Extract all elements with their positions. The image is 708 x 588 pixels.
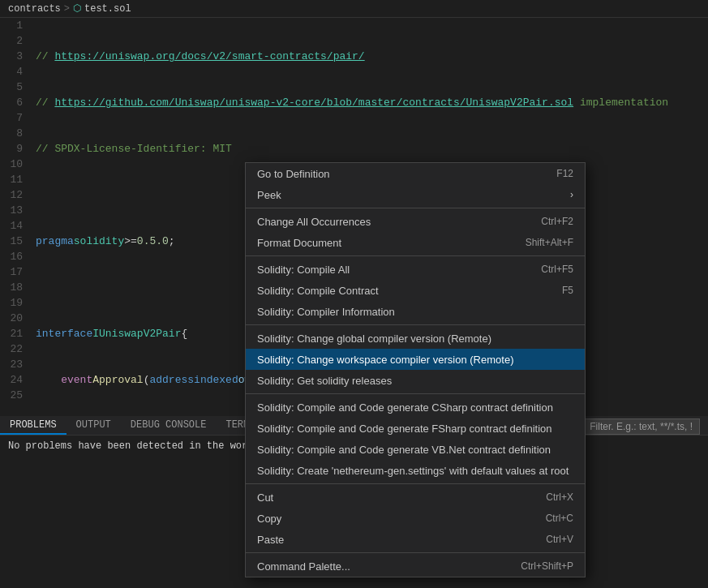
menu-label-change-global: Solidity: Change global compiler version…	[257, 333, 491, 345]
menu-label-goto: Go to Definition	[257, 168, 330, 180]
menu-compiler-info[interactable]: Solidity: Compiler Information	[246, 301, 585, 322]
menu-shortcut-change-all: Ctrl+F2	[541, 216, 573, 227]
menu-label-compile-vbnet: Solidity: Compile and Code generate VB.N…	[257, 444, 551, 456]
menu-format-document[interactable]: Format Document Shift+Alt+F	[246, 232, 585, 253]
menu-change-workspace-compiler[interactable]: Solidity: Change workspace compiler vers…	[246, 349, 585, 370]
menu-separator-5	[246, 483, 585, 484]
breadcrumb-separator: >	[64, 3, 70, 15]
menu-compile-csharp[interactable]: Solidity: Compile and Code generate CSha…	[246, 397, 585, 418]
line-numbers: 12345 678910 1112131415 1617181920 21222…	[0, 18, 29, 415]
menu-shortcut-format: Shift+Alt+F	[526, 237, 573, 248]
menu-cut[interactable]: Cut Ctrl+X	[246, 487, 585, 508]
menu-goto-definition[interactable]: Go to Definition F12	[246, 163, 585, 184]
menu-shortcut-copy: Ctrl+C	[546, 513, 573, 524]
menu-label-create-settings: Solidity: Create 'nethereum-gen.settings…	[257, 465, 569, 477]
file-icon: ⬡	[73, 2, 81, 15]
menu-label-copy: Copy	[257, 513, 281, 525]
menu-label-cut: Cut	[257, 491, 273, 504]
menu-compile-fsharp[interactable]: Solidity: Compile and Code generate FSha…	[246, 418, 585, 439]
menu-shortcut-goto: F12	[556, 168, 573, 179]
tab-output[interactable]: OUTPUT	[67, 417, 121, 435]
menu-label-compile-csharp: Solidity: Compile and Code generate CSha…	[257, 401, 553, 414]
menu-create-settings[interactable]: Solidity: Create 'nethereum-gen.settings…	[246, 460, 585, 481]
menu-label-compile-all: Solidity: Compile All	[257, 264, 350, 276]
context-menu: Go to Definition F12 Peek › Change All O…	[245, 162, 586, 577]
menu-shortcut-cut: Ctrl+X	[546, 491, 573, 503]
menu-shortcut-command-palette: Ctrl+Shift+P	[521, 560, 573, 572]
menu-label-get-releases: Solidity: Get solidity releases	[257, 375, 392, 387]
menu-compile-all[interactable]: Solidity: Compile All Ctrl+F5	[246, 259, 585, 280]
menu-label-compile-contract: Solidity: Compile Contract	[257, 285, 379, 297]
menu-paste[interactable]: Paste Ctrl+V	[246, 529, 585, 550]
tab-problems[interactable]: PROBLEMS	[0, 417, 67, 435]
menu-arrow-peek: ›	[570, 189, 573, 200]
menu-change-all-occurrences[interactable]: Change All Occurrences Ctrl+F2	[246, 211, 585, 232]
breadcrumb-filename[interactable]: test.sol	[84, 3, 131, 15]
menu-shortcut-compile-contract: F5	[562, 285, 573, 296]
menu-label-compile-fsharp: Solidity: Compile and Code generate FSha…	[257, 423, 552, 435]
menu-label-compiler-info: Solidity: Compiler Information	[257, 306, 395, 318]
menu-change-global-compiler[interactable]: Solidity: Change global compiler version…	[246, 328, 585, 349]
menu-peek[interactable]: Peek ›	[246, 184, 585, 205]
tab-debug-console[interactable]: DEBUG CONSOLE	[121, 417, 217, 435]
menu-separator-3	[246, 324, 585, 325]
menu-label-command-palette: Command Palette...	[257, 560, 350, 573]
menu-separator-1	[246, 208, 585, 208]
menu-label-paste: Paste	[257, 534, 284, 546]
menu-shortcut-compile-all: Ctrl+F5	[541, 264, 573, 275]
menu-separator-2	[246, 255, 585, 256]
filter-box: Filter. E.g.: text, **/*.ts, !	[582, 418, 700, 435]
menu-label-peek: Peek	[257, 189, 281, 201]
menu-compile-vbnet[interactable]: Solidity: Compile and Code generate VB.N…	[246, 439, 585, 460]
menu-label-change-workspace: Solidity: Change workspace compiler vers…	[257, 354, 513, 366]
menu-label-format: Format Document	[257, 237, 341, 249]
menu-label-change-all: Change All Occurrences	[257, 216, 371, 228]
menu-copy[interactable]: Copy Ctrl+C	[246, 508, 585, 529]
breadcrumb-contracts[interactable]: contracts	[8, 3, 61, 15]
menu-get-releases[interactable]: Solidity: Get solidity releases	[246, 370, 585, 391]
menu-separator-4	[246, 393, 585, 394]
menu-separator-6	[246, 552, 585, 553]
filter-placeholder-text: Filter. E.g.: text, **/*.ts, !	[590, 421, 693, 432]
menu-compile-contract[interactable]: Solidity: Compile Contract F5	[246, 280, 585, 301]
menu-shortcut-paste: Ctrl+V	[546, 534, 573, 545]
menu-command-palette[interactable]: Command Palette... Ctrl+Shift+P	[246, 556, 585, 577]
breadcrumb: contracts > ⬡ test.sol	[0, 0, 708, 18]
